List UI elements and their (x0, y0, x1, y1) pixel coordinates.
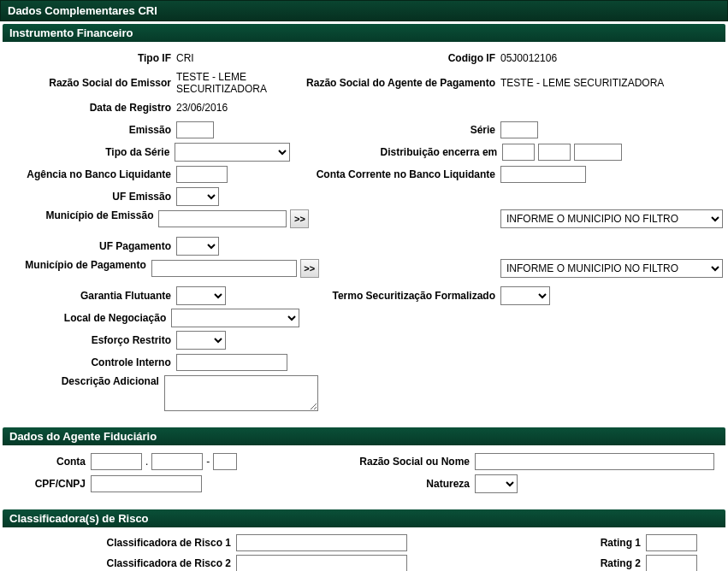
main-header: Dados Complementares CRI (0, 0, 728, 21)
conta-corrente-label: Conta Corrente no Banco Liquidante (287, 168, 500, 180)
cpf-input[interactable] (91, 475, 202, 492)
distrib-label: Distribuição encerra em (290, 146, 502, 158)
serie-label: Série (287, 124, 500, 136)
garantia-label: Garantia Flutuante (5, 290, 176, 302)
razao-nome-input[interactable] (475, 453, 714, 470)
municipio-pagamento-input[interactable] (151, 260, 297, 277)
uf-pagamento-select[interactable] (176, 237, 219, 256)
tipo-if-label: Tipo IF (5, 52, 176, 64)
emissao-input[interactable] (176, 121, 214, 138)
razao-emissor-label: Razão Social do Emissor (5, 77, 176, 89)
controle-label: Controle Interno (5, 356, 176, 368)
municipio-pagamento-label: Município de Pagamento (5, 259, 151, 271)
classificadora-content: Classificadora de Risco 1 Rating 1 Class… (0, 527, 728, 571)
uf-emissao-select[interactable] (176, 187, 219, 206)
cr1-input[interactable] (236, 534, 407, 551)
agencia-input[interactable] (176, 166, 228, 183)
razao-nome-label: Razão Social ou Nome (338, 456, 475, 468)
conta-corrente-input[interactable] (500, 166, 586, 183)
agencia-label: Agência no Banco Liquidante (5, 168, 176, 180)
tipo-if-value: CRI (176, 52, 194, 64)
esforco-label: Esforço Restrito (5, 334, 176, 346)
agente-header: Dados do Agente Fiduciário (3, 427, 725, 445)
descricao-textarea[interactable] (164, 375, 318, 411)
serie-input[interactable] (500, 121, 538, 138)
local-neg-select[interactable] (171, 309, 299, 327)
conta-p3-input[interactable] (213, 453, 237, 470)
cr2-label: Classificadora de Risco 2 (5, 557, 236, 569)
municipio-emissao-input[interactable] (158, 210, 287, 227)
termo-select[interactable] (500, 286, 550, 305)
cpf-label: CPF/CNPJ (5, 478, 91, 490)
natureza-label: Natureza (338, 478, 475, 490)
conta-p2-input[interactable] (151, 453, 203, 470)
controle-input[interactable] (176, 354, 287, 371)
cr1-label: Classificadora de Risco 1 (5, 537, 236, 549)
distrib-ano-input[interactable] (574, 144, 622, 161)
instrumento-header: Instrumento Financeiro (3, 24, 725, 42)
municipio-pagamento-filtro-select[interactable]: INFORME O MUNICIPIO NO FILTRO (500, 259, 723, 278)
r1-label: Rating 1 (543, 537, 646, 549)
r2-label: Rating 2 (543, 557, 646, 569)
r2-input[interactable] (646, 555, 697, 571)
garantia-select[interactable] (176, 286, 226, 305)
classificadora-header: Classificadora(s) de Risco (3, 509, 725, 527)
r1-input[interactable] (646, 534, 697, 551)
municipio-emissao-search-button[interactable]: >> (290, 209, 309, 228)
conta-label: Conta (5, 456, 91, 468)
uf-emissao-label: UF Emissão (5, 191, 176, 203)
agente-content: Conta . - Razão Social ou Nome CPF/CNPJ … (0, 445, 728, 507)
instrumento-content: Tipo IF CRI Codigo IF 05J0012106 Razão S… (0, 42, 728, 425)
natureza-select[interactable] (475, 474, 518, 493)
descricao-label: Descrição Adicional (5, 375, 164, 387)
esforco-select[interactable] (176, 331, 226, 350)
distrib-dia-input[interactable] (502, 144, 535, 161)
data-registro-label: Data de Registro (5, 102, 176, 114)
municipio-emissao-label: Município de Emissão (5, 209, 158, 221)
codigo-if-value: 05J0012106 (500, 52, 557, 64)
tipo-serie-select[interactable] (175, 143, 290, 162)
emissao-label: Emissão (5, 124, 176, 136)
data-registro-value: 23/06/2016 (176, 102, 228, 114)
municipio-pagamento-search-button[interactable]: >> (300, 259, 319, 278)
distrib-mes-input[interactable] (538, 144, 571, 161)
termo-label: Termo Securitização Formalizado (287, 290, 500, 302)
razao-emissor-value: TESTE - LEME SECURITIZADORA (176, 71, 287, 95)
conta-p1-input[interactable] (91, 453, 142, 470)
municipio-emissao-filtro-select[interactable]: INFORME O MUNICIPIO NO FILTRO (500, 209, 723, 228)
uf-pagamento-label: UF Pagamento (5, 240, 176, 252)
tipo-serie-label: Tipo da Série (5, 146, 175, 158)
codigo-if-label: Codigo IF (287, 52, 500, 64)
razao-agente-value: TESTE - LEME SECURITIZADORA (500, 77, 664, 89)
local-neg-label: Local de Negociação (5, 312, 171, 324)
cr2-input[interactable] (236, 555, 407, 571)
razao-agente-label: Razão Social do Agente de Pagamento (287, 77, 500, 89)
